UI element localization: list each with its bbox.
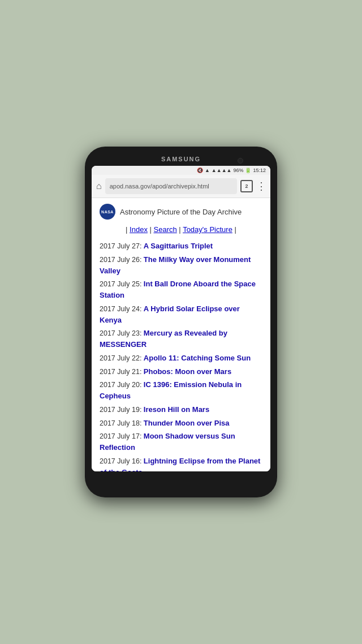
entry-date: 2017 July 23: xyxy=(100,329,144,337)
nav-links: | Index | Search | Today's Picture | xyxy=(100,225,262,234)
entry-link[interactable]: Phobos: Moon over Mars xyxy=(144,367,231,376)
entry-date: 2017 July 26: xyxy=(100,256,144,264)
url-text: apod.nasa.gov/apod/archivepix.html xyxy=(110,183,209,190)
nasa-logo-text: NASA xyxy=(101,210,114,214)
index-link[interactable]: Index xyxy=(130,225,148,234)
list-item: 2017 July 27: A Sagittarius Triplet xyxy=(100,241,262,252)
page-title: Astronomy Picture of the Day Archive xyxy=(120,208,242,216)
entry-date: 2017 July 21: xyxy=(100,368,144,376)
list-item: 2017 July 25: Int Ball Drone Aboard the … xyxy=(100,278,262,301)
wifi-icon: ▲ xyxy=(205,168,210,173)
list-item: 2017 July 19: Ireson Hill on Mars xyxy=(100,404,262,415)
signal-icon: ▲▲▲▲ xyxy=(212,168,232,173)
browser-menu-button[interactable]: ⋮ xyxy=(256,180,266,192)
phone-screen: 🔇 ▲ ▲▲▲▲ 96% 🔋 15:12 ⌂ apod.nasa.gov/apo… xyxy=(92,166,270,471)
mute-icon: 🔇 xyxy=(197,168,203,173)
entry-date: 2017 July 17: xyxy=(100,432,144,440)
entry-date: 2017 July 24: xyxy=(100,305,144,313)
pipe4: | xyxy=(235,225,236,234)
entry-date: 2017 July 20: xyxy=(100,381,144,389)
entry-link[interactable]: A Sagittarius Triplet xyxy=(144,242,213,250)
entry-date: 2017 July 18: xyxy=(100,419,144,427)
entry-date: 2017 July 22: xyxy=(100,354,144,362)
tab-count-button[interactable]: 2 xyxy=(240,180,253,192)
phone-camera xyxy=(238,158,243,164)
list-item: 2017 July 17: Moon Shadow versus Sun Ref… xyxy=(100,431,262,453)
todays-picture-link[interactable]: Today's Picture xyxy=(183,225,232,234)
home-button[interactable]: ⌂ xyxy=(96,181,102,191)
list-item: 2017 July 21: Phobos: Moon over Mars xyxy=(100,366,262,377)
clock: 15:12 xyxy=(253,168,266,173)
status-icons: 🔇 ▲ ▲▲▲▲ 96% 🔋 15:12 xyxy=(197,168,266,173)
entry-link[interactable]: Thunder Moon over Pisa xyxy=(144,419,230,427)
tab-count: 2 xyxy=(245,183,248,189)
list-item: 2017 July 23: Mercury as Revealed by MES… xyxy=(100,328,262,350)
entry-link[interactable]: Apollo 11: Catching Some Sun xyxy=(144,354,251,362)
list-item: 2017 July 24: A Hybrid Solar Eclipse ove… xyxy=(100,303,262,326)
phone-device: SAMSUNG 🔇 ▲ ▲▲▲▲ 96% 🔋 15:12 ⌂ apod.nasa… xyxy=(85,147,277,497)
archive-list: 2017 July 27: A Sagittarius Triplet 2017… xyxy=(100,241,262,471)
browser-toolbar: ⌂ apod.nasa.gov/apod/archivepix.html 2 ⋮ xyxy=(92,175,270,198)
pipe2: | xyxy=(150,225,154,234)
nasa-logo: NASA xyxy=(100,204,115,220)
battery-icon: 🔋 xyxy=(245,168,251,173)
list-item: 2017 July 22: Apollo 11: Catching Some S… xyxy=(100,353,262,364)
entry-link[interactable]: Ireson Hill on Mars xyxy=(144,405,209,414)
web-content[interactable]: NASA Astronomy Picture of the Day Archiv… xyxy=(92,198,270,471)
battery-indicator: 96% xyxy=(233,168,243,173)
entry-date: 2017 July 27: xyxy=(100,242,144,250)
entry-date: 2017 July 16: xyxy=(100,457,144,465)
search-link[interactable]: Search xyxy=(154,225,177,234)
phone-brand-label: SAMSUNG xyxy=(92,153,270,166)
status-bar: 🔇 ▲ ▲▲▲▲ 96% 🔋 15:12 xyxy=(92,166,270,175)
list-item: 2017 July 26: The Milky Way over Monumen… xyxy=(100,254,262,277)
nasa-header: NASA Astronomy Picture of the Day Archiv… xyxy=(100,204,262,220)
address-bar[interactable]: apod.nasa.gov/apod/archivepix.html xyxy=(105,178,237,194)
entry-date: 2017 July 19: xyxy=(100,406,144,414)
list-item: 2017 July 16: Lightning Eclipse from the… xyxy=(100,456,262,471)
browser-chrome: ⌂ apod.nasa.gov/apod/archivepix.html 2 ⋮ xyxy=(92,175,270,198)
list-item: 2017 July 20: IC 1396: Emission Nebula i… xyxy=(100,379,262,402)
list-item: 2017 July 18: Thunder Moon over Pisa xyxy=(100,418,262,429)
entry-date: 2017 July 25: xyxy=(100,280,144,288)
